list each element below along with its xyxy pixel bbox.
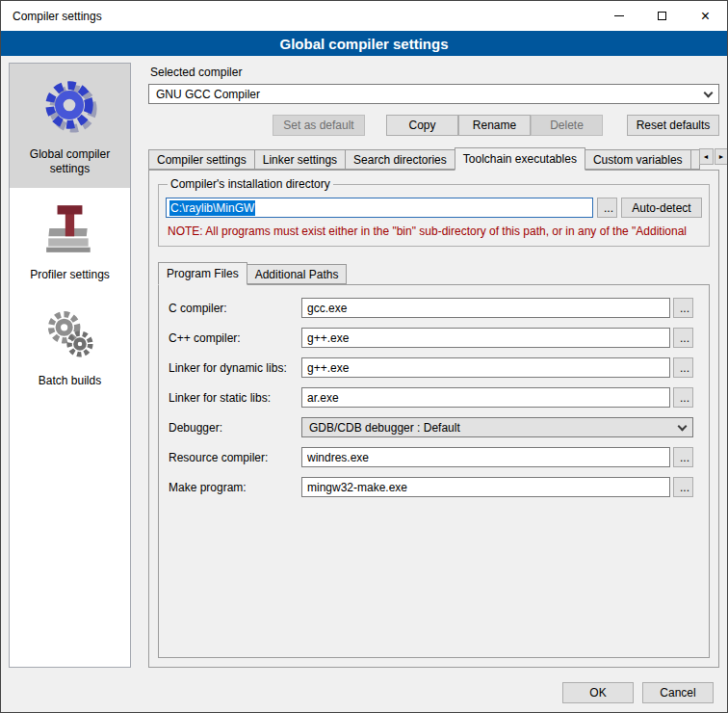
chevron-down-icon — [678, 421, 688, 431]
browse-resource-compiler-button[interactable]: ... — [673, 447, 693, 467]
linker-dynamic-label: Linker for dynamic libs: — [169, 361, 301, 375]
debugger-select-value: GDB/CDB debugger : Default — [309, 421, 460, 435]
debugger-label: Debugger: — [169, 421, 301, 435]
tab-scroll-right-button[interactable]: ► — [715, 148, 728, 165]
titlebar: Compiler settings × — [1, 1, 727, 31]
rename-button[interactable]: Rename — [458, 115, 531, 136]
cpp-compiler-input[interactable] — [301, 328, 670, 348]
sidebar-item-global-compiler-settings[interactable]: Global compiler settings — [10, 64, 130, 188]
browse-c-compiler-button[interactable]: ... — [673, 298, 693, 318]
close-button[interactable]: × — [684, 1, 727, 31]
maximize-icon — [658, 12, 666, 20]
sidebar-item-label: Profiler settings — [30, 268, 110, 282]
field-row-make-program: Make program: ... — [169, 477, 693, 497]
minimize-icon — [614, 15, 624, 16]
window-title: Compiler settings — [1, 10, 102, 23]
close-icon: × — [701, 9, 710, 24]
reset-defaults-button[interactable]: Reset defaults — [627, 115, 719, 136]
browse-linker-static-button[interactable]: ... — [673, 387, 693, 408]
tab-toolchain-executables[interactable]: Toolchain executables — [455, 147, 585, 171]
tab-custom-variables[interactable]: Custom variables — [585, 149, 691, 170]
program-files-panel: C compiler: ... C++ compiler: ... Linker… — [158, 284, 710, 658]
resource-compiler-label: Resource compiler: — [169, 451, 301, 464]
gear-blue-icon — [40, 76, 100, 139]
field-row-debugger: Debugger: GDB/CDB debugger : Default — [169, 417, 693, 437]
make-program-label: Make program: — [169, 481, 301, 494]
cancel-button[interactable]: Cancel — [642, 682, 714, 703]
auto-detect-button[interactable]: Auto-detect — [621, 198, 702, 218]
program-files-tabstrip: Program Files Additional Paths — [158, 262, 710, 284]
field-row-linker-static: Linker for static libs: ... — [169, 387, 693, 408]
dialog-footer: OK Cancel — [1, 673, 727, 712]
compiler-select[interactable]: GNU GCC Compiler — [148, 84, 719, 104]
toolchain-executables-panel: Compiler's installation directory C:\ray… — [148, 170, 719, 668]
settings-sidebar: Global compiler settings Profiler settin… — [9, 63, 131, 668]
tab-scroll-left-button[interactable]: ◄ — [699, 148, 714, 165]
dialog-body: Global compiler settings Profiler settin… — [1, 56, 727, 673]
make-program-input[interactable] — [301, 477, 670, 497]
installation-directory-input[interactable]: C:\raylib\MinGW — [166, 198, 593, 218]
tab-compiler-settings[interactable]: Compiler settings — [148, 149, 255, 170]
maximize-button[interactable] — [640, 1, 684, 31]
linker-static-input[interactable] — [301, 387, 670, 408]
note-text: NOTE: All programs must exist either in … — [168, 224, 702, 238]
gears-gray-icon — [42, 306, 98, 365]
compiler-select-value: GNU GCC Compiler — [156, 88, 260, 101]
window-controls: × — [597, 1, 727, 31]
compiler-settings-dialog: Compiler settings × Global compiler sett… — [0, 0, 728, 713]
installation-directory-group-title: Compiler's installation directory — [168, 177, 333, 191]
browse-make-program-button[interactable]: ... — [673, 477, 693, 497]
subtab-additional-paths[interactable]: Additional Paths — [247, 264, 348, 284]
browse-linker-dynamic-button[interactable]: ... — [673, 357, 693, 378]
field-row-resource-compiler: Resource compiler: ... — [169, 447, 693, 467]
linker-dynamic-input[interactable] — [301, 357, 670, 378]
copy-button[interactable]: Copy — [386, 115, 458, 136]
ok-button[interactable]: OK — [562, 682, 634, 703]
scroll-left-icon: ◄ — [703, 153, 710, 160]
minimize-button[interactable] — [597, 1, 640, 31]
subtab-program-files[interactable]: Program Files — [158, 262, 247, 285]
installation-directory-row: C:\raylib\MinGW ... Auto-detect — [166, 198, 702, 218]
installation-directory-group: Compiler's installation directory C:\ray… — [158, 184, 710, 247]
browse-installation-directory-button[interactable]: ... — [597, 198, 617, 218]
browse-cpp-compiler-button[interactable]: ... — [673, 328, 693, 348]
field-row-c-compiler: C compiler: ... — [169, 298, 693, 318]
linker-static-label: Linker for static libs: — [169, 391, 301, 405]
field-row-linker-dynamic: Linker for dynamic libs: ... — [169, 357, 693, 378]
field-row-cpp-compiler: C++ compiler: ... — [169, 328, 693, 348]
c-compiler-input[interactable] — [301, 298, 670, 318]
c-compiler-label: C compiler: — [169, 302, 301, 315]
installation-directory-value: C:\raylib\MinGW — [169, 200, 255, 216]
profiler-tools-icon — [42, 200, 98, 259]
chevron-down-icon — [704, 88, 714, 97]
tab-scroll-buttons: ◄ ► — [699, 148, 728, 165]
debugger-select[interactable]: GDB/CDB debugger : Default — [301, 417, 693, 437]
settings-tabstrip: Compiler settings Linker settings Search… — [148, 147, 719, 170]
dialog-header: Global compiler settings — [1, 31, 727, 56]
compiler-button-row: Set as default Copy Rename Delete Reset … — [148, 115, 719, 136]
sidebar-item-batch-builds[interactable]: Batch builds — [10, 294, 130, 400]
scroll-right-icon: ► — [718, 153, 725, 160]
cpp-compiler-label: C++ compiler: — [169, 331, 301, 345]
tab-linker-settings[interactable]: Linker settings — [254, 149, 346, 170]
sidebar-item-label: Batch builds — [39, 374, 101, 388]
selected-compiler-label: Selected compiler — [150, 66, 719, 79]
set-as-default-button: Set as default — [273, 115, 365, 136]
main-panel: Selected compiler GNU GCC Compiler Set a… — [140, 63, 719, 668]
delete-button: Delete — [531, 115, 603, 136]
sidebar-item-profiler-settings[interactable]: Profiler settings — [10, 188, 130, 294]
resource-compiler-input[interactable] — [301, 447, 670, 467]
tab-search-directories[interactable]: Search directories — [345, 149, 455, 170]
sidebar-item-label: Global compiler settings — [13, 147, 127, 176]
